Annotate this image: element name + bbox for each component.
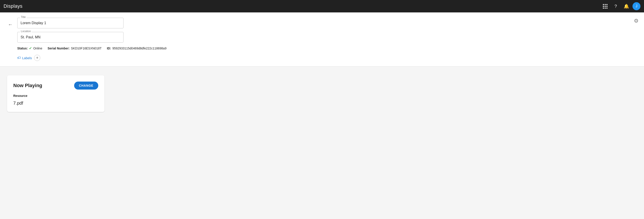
online-icon: ✔	[29, 46, 32, 50]
now-playing-section: Now Playing CHANGE Resource 7.pdf	[0, 67, 644, 121]
serial-number-item: Serial Number: SKD10F16ESXN018T	[48, 47, 102, 50]
plus-icon: +	[36, 56, 38, 60]
resource-label: Resource	[13, 94, 98, 98]
status-value: Online	[33, 47, 42, 50]
bell-icon: 🔔	[624, 4, 629, 9]
now-playing-title: Now Playing	[13, 83, 42, 88]
main-content: ← Title Location Status: ✔	[0, 13, 644, 67]
app-title: Displays	[4, 3, 22, 9]
resource-value: 7.pdf	[13, 101, 98, 106]
labels-link[interactable]: 🏷 Labels	[17, 56, 32, 60]
user-avatar[interactable]: J	[632, 2, 640, 10]
labels-text: Labels	[22, 56, 32, 60]
form-area: ← Title Location Status: ✔	[7, 18, 637, 61]
add-label-button[interactable]: +	[34, 55, 40, 61]
back-icon: ←	[8, 22, 13, 28]
grid-menu-button[interactable]	[600, 2, 610, 11]
labels-row: 🏷 Labels +	[17, 55, 637, 61]
title-label: Title	[20, 16, 26, 19]
tag-icon: 🏷	[17, 56, 21, 60]
title-field-group: Title	[17, 18, 637, 28]
title-input[interactable]	[17, 18, 124, 28]
now-playing-card: Now Playing CHANGE Resource 7.pdf	[7, 75, 104, 112]
display-fields: Title Location Status: ✔ Online	[17, 18, 637, 61]
app-header: Displays ? 🔔 J	[0, 0, 644, 13]
status-label: Status:	[17, 47, 28, 50]
gear-icon: ⚙	[634, 18, 639, 24]
help-button[interactable]: ?	[611, 2, 620, 11]
back-button[interactable]: ←	[7, 21, 14, 28]
serial-number-value: SKD10F16ESXN018T	[71, 47, 102, 50]
location-label: Location	[20, 30, 32, 33]
now-playing-header: Now Playing CHANGE	[13, 82, 98, 90]
id-label: ID:	[107, 47, 111, 50]
grid-icon	[603, 4, 608, 9]
status-row: Status: ✔ Online Serial Number: SKD10F16…	[17, 46, 637, 50]
help-icon: ?	[614, 4, 617, 9]
id-item: ID: 9592933115d0469d8dfe222c118698a9	[107, 47, 166, 50]
header-actions: ? 🔔 J	[600, 2, 640, 11]
settings-button[interactable]: ⚙	[634, 18, 639, 24]
serial-number-label: Serial Number:	[48, 47, 70, 50]
location-field-group: Location	[17, 32, 637, 43]
change-button[interactable]: CHANGE	[74, 82, 98, 90]
id-value: 9592933115d0469d8dfe222c118698a9	[112, 47, 166, 50]
notifications-button[interactable]: 🔔	[622, 2, 631, 11]
status-item: Status: ✔ Online	[17, 46, 42, 50]
location-input[interactable]	[17, 32, 124, 43]
